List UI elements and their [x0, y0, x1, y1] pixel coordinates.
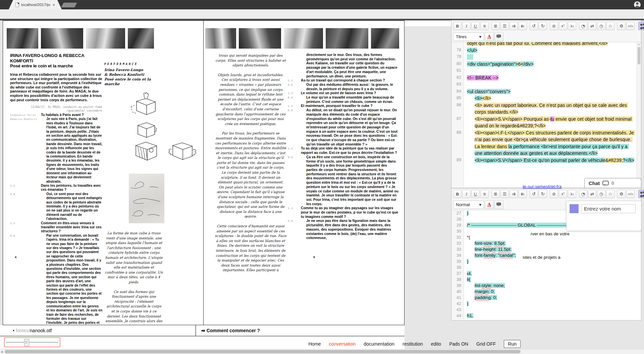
background-link-fragment[interactable]: te-sur-semestriel-fra — [523, 184, 561, 189]
toolbar-button-icon[interactable]: ⇉ — [509, 190, 518, 198]
nav-item[interactable]: documentation — [364, 341, 394, 347]
toolbar-button-icon[interactable]: S — [480, 22, 489, 30]
code-line[interactable]: 87<li><span>S.V</span> Pourquoi as-tu en… — [451, 116, 641, 129]
font-color-button[interactable]: A — [485, 200, 494, 209]
code-line[interactable]: 84<ul class="convers"> — [451, 88, 641, 95]
toolbar-button-icon[interactable]: ≣ — [491, 190, 500, 198]
comment-commencer-link[interactable]: ➡ Comment commencer ? — [201, 328, 260, 333]
toolbar-button-icon[interactable]: ☆ — [606, 190, 614, 198]
code-line[interactable]: 39list-style: none; — [451, 283, 641, 289]
nav-item[interactable]: Pads ON — [449, 341, 468, 347]
toolbar-button-icon[interactable] — [638, 22, 644, 30]
horizontal-scrollbar[interactable]: ◀ — [0, 349, 644, 354]
code-line[interactable]: 82<!-- BREAK --> — [451, 74, 641, 81]
nav-item[interactable]: restitution — [402, 341, 423, 347]
toolbar-button-icon[interactable]: I — [462, 190, 471, 198]
speaker-label: R.K — [288, 83, 301, 91]
code-line[interactable]: 86<li> avec un rapport laborieux. Ce n'e… — [451, 102, 641, 116]
code-line[interactable]: 36 — [451, 264, 641, 271]
toolbar-button-icon[interactable]: </> — [626, 190, 635, 198]
toolbar-button-icon[interactable]: ⚙ — [617, 190, 626, 198]
toolbar-button-icon[interactable]: ↺ — [530, 22, 538, 30]
toolbar-button-icon[interactable]: ☰ — [500, 190, 509, 198]
scroll-left-icon[interactable]: ◀ — [1, 350, 3, 353]
code-line[interactable]: 79 — [451, 54, 641, 61]
comment-button-icon[interactable] — [494, 200, 503, 209]
toolbar-button-icon[interactable]: x² — [559, 190, 567, 198]
code-line[interactable]: 85<li></li> — [451, 95, 641, 102]
code-line[interactable]: 89<li><span>S.V</span> Est-ce qu'on pour… — [451, 157, 641, 164]
style-select[interactable]: Normal▾ — [453, 200, 484, 209]
toolbar-button-icon[interactable]: B — [453, 190, 462, 198]
scroll-up-icon[interactable]: ▲ — [638, 43, 640, 45]
tab-stub[interactable] — [61, 3, 77, 7]
toolbar-button-icon[interactable]: ⚙ — [617, 22, 626, 30]
nav-item[interactable]: Run — [504, 340, 521, 348]
dialogue-continuation: directement sur le mur. Des trous, des f… — [288, 53, 399, 78]
browser-tab[interactable]: localhost/2017/poi × — [9, 0, 62, 9]
toolbar-button-icon[interactable]: ◷ — [597, 190, 605, 198]
author-color-swatch[interactable] — [570, 204, 579, 213]
code-line[interactable]: 88<li><span>I.F-L</span> Ces structures … — [451, 129, 641, 157]
code-line[interactable]: 42} — [451, 301, 641, 307]
html-code-area[interactable]: ▲ objet qui n'est pas fait pour lui. Com… — [451, 42, 641, 187]
code-line[interactable]: 37ul, — [451, 271, 641, 277]
code-line[interactable]: 41padding: 0; — [451, 295, 641, 301]
toolbar-button-icon[interactable]: U — [471, 22, 480, 30]
scroll-thumb[interactable] — [5, 350, 521, 353]
toolbar-button-icon[interactable]: ⇄ — [588, 190, 596, 198]
toolbar-button-icon[interactable]: ⊘ — [550, 22, 558, 30]
slider-thumb[interactable] — [24, 339, 29, 346]
toolbar-button-icon[interactable]: ⇉ — [509, 22, 518, 30]
speaker-label: S.V — [288, 206, 301, 219]
code-line[interactable]: 44h1, — [451, 313, 641, 319]
nav-item[interactable]: Home — [309, 341, 321, 347]
toolbar-button-icon[interactable]: </> — [626, 22, 635, 30]
toolbar-button-icon[interactable]: ◷ — [597, 22, 605, 30]
font-color-button[interactable]: A — [485, 32, 494, 41]
toolbar-button-icon[interactable]: B — [453, 22, 462, 30]
toolbar-button-icon[interactable]: x² — [559, 22, 567, 30]
toolbar-button-icon[interactable]: ☰ — [500, 22, 509, 30]
toolbar-button-icon[interactable]: x₂ — [568, 190, 576, 198]
toolbar-button-icon[interactable]: ⇇ — [519, 22, 527, 30]
toolbar-button-icon[interactable]: ⇄ — [588, 22, 596, 30]
style-select[interactable]: Titres▾ — [453, 33, 484, 41]
code-line[interactable]: objet qui n'est pas fait pour lui. Comme… — [451, 42, 641, 47]
toolbar-button-icon[interactable] — [638, 190, 644, 198]
code-line[interactable]: 38li{ — [451, 277, 641, 283]
toolbar-button-icon[interactable]: I — [462, 22, 471, 30]
cursive-paragraph: trous qui seront manipulées par des corp… — [215, 53, 286, 68]
toolbar-button-icon[interactable]: ⇇ — [519, 190, 527, 198]
profile-avatar[interactable] — [634, 1, 641, 8]
toolbar-button-icon[interactable]: S — [480, 190, 489, 198]
username-input[interactable] — [581, 204, 636, 213]
fontes-list-item[interactable]: • fontes/nanook.otf — [13, 328, 52, 333]
toolbar-button-icon[interactable]: U — [471, 190, 480, 198]
toolbar-button-icon[interactable]: ↻ — [539, 22, 547, 30]
code-line[interactable]: 32font-size: 8.5pt; — [451, 240, 641, 246]
toolbar-button-icon[interactable]: ◔ — [579, 190, 587, 198]
code-line[interactable]: 78</ul> — [451, 47, 641, 54]
comment-button-icon[interactable] — [494, 32, 503, 41]
code-line[interactable]: 40margin: 0; — [451, 289, 641, 295]
toolbar-button-icon[interactable]: ↻ — [539, 190, 547, 198]
code-line[interactable]: 80<div class="pagination">6</div> — [451, 61, 641, 68]
toolbar-button-icon[interactable]: ☆ — [606, 22, 614, 30]
nav-item[interactable]: Grid OFF — [476, 341, 496, 347]
chat-widget[interactable]: Chat 0 — [584, 178, 641, 188]
nav-item[interactable]: conversation — [329, 341, 356, 347]
toolbar-button-icon[interactable]: ↺ — [530, 190, 538, 198]
toolbar-button-icon[interactable]: x₂ — [568, 22, 576, 30]
toolbar-button-icon[interactable]: ⊘ — [550, 190, 558, 198]
editor-scrollbar[interactable]: ▲ — [637, 42, 641, 187]
code-line[interactable]: 33line-height: 11.5pt; — [451, 246, 641, 252]
tab-close-icon[interactable]: × — [52, 2, 55, 7]
code-line[interactable]: 83 — [451, 81, 641, 88]
nav-item[interactable]: edito — [431, 341, 441, 347]
code-line[interactable]: 81 — [451, 67, 641, 74]
code-line[interactable]: 43 — [451, 307, 641, 313]
toolbar-button-icon[interactable]: ≣ — [491, 22, 500, 30]
scroll-thumb[interactable] — [638, 47, 640, 64]
toolbar-button-icon[interactable]: ◔ — [579, 22, 587, 30]
